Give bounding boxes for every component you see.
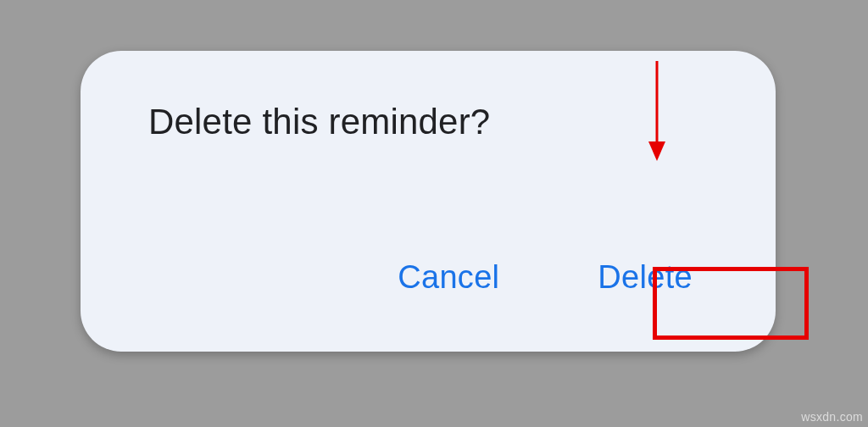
watermark-text: wsxdn.com (801, 410, 863, 424)
confirmation-dialog: Delete this reminder? Cancel Delete (81, 51, 776, 352)
dialog-title: Delete this reminder? (148, 102, 725, 142)
delete-button[interactable]: Delete (574, 246, 716, 309)
cancel-button[interactable]: Cancel (374, 246, 523, 309)
dialog-actions: Cancel Delete (148, 246, 725, 318)
